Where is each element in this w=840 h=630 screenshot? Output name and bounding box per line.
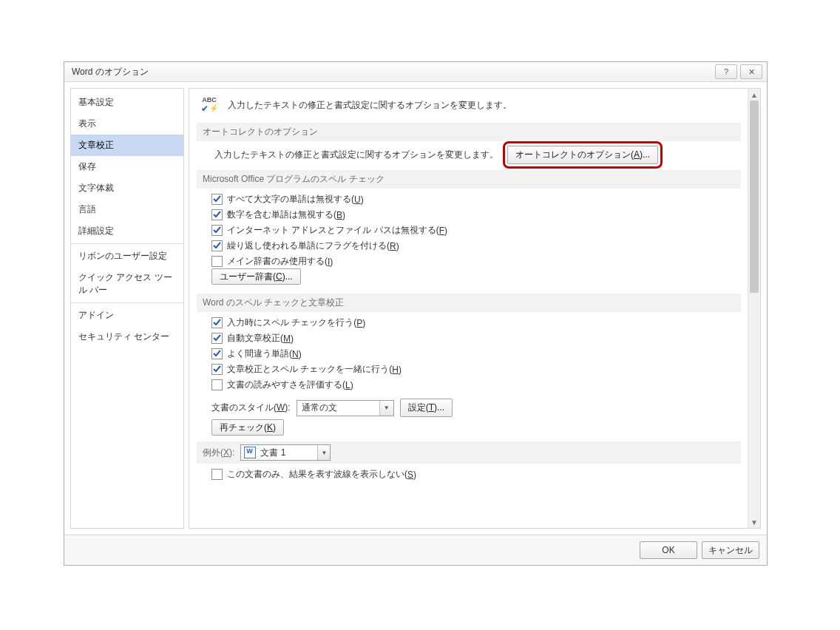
writing-style-select[interactable]: 通常の文 ▼ bbox=[297, 400, 394, 416]
checkbox-icon bbox=[211, 317, 223, 328]
sidebar-item-language[interactable]: 言語 bbox=[71, 199, 183, 220]
sidebar-item-trust-center[interactable]: セキュリティ センター bbox=[71, 326, 183, 348]
writing-style-label: 文書のスタイル(W): bbox=[211, 402, 291, 414]
checkbox-flag-repeated[interactable]: 繰り返し使われる単語にフラグを付ける(R) bbox=[211, 240, 741, 252]
exceptions-document-select[interactable]: 文書 1 ▼ bbox=[240, 444, 331, 461]
content-wrapper: ABC ✔ ⚡ 入力したテキストの修正と書式設定に関するオプションを変更します。… bbox=[189, 88, 761, 529]
word-options-dialog: Word のオプション ? ✕ 基本設定 表示 文章校正 保存 文字体裁 言語 … bbox=[64, 61, 768, 566]
chevron-down-icon: ▼ bbox=[379, 401, 393, 416]
exceptions-document-value: 文書 1 bbox=[256, 447, 317, 459]
dialog-title: Word のオプション bbox=[69, 66, 712, 78]
cancel-button[interactable]: キャンセル bbox=[702, 541, 759, 559]
proofing-icon: ABC ✔ ⚡ bbox=[197, 95, 222, 115]
sidebar-item-addins[interactable]: アドイン bbox=[71, 305, 183, 326]
sidebar-item-typography[interactable]: 文字体裁 bbox=[71, 177, 183, 199]
checkbox-auto-grammar[interactable]: 自動文章校正(M) bbox=[211, 332, 741, 345]
checkbox-ignore-numbers[interactable]: 数字を含む単語は無視する(B) bbox=[211, 209, 741, 221]
checkbox-icon bbox=[211, 348, 223, 359]
sidebar-separator bbox=[71, 243, 183, 244]
custom-dictionaries-button[interactable]: ユーザー辞書(C)... bbox=[211, 268, 301, 285]
sidebar-item-basic[interactable]: 基本設定 bbox=[71, 92, 183, 113]
page-header: ABC ✔ ⚡ 入力したテキストの修正と書式設定に関するオプションを変更します。 bbox=[197, 95, 741, 115]
titlebar: Word のオプション ? ✕ bbox=[64, 62, 767, 82]
scroll-down-icon[interactable]: ▼ bbox=[748, 516, 760, 528]
settings-button[interactable]: 設定(T)... bbox=[400, 399, 453, 417]
sidebar: 基本設定 表示 文章校正 保存 文字体裁 言語 詳細設定 リボンのユーザー設定 … bbox=[70, 88, 184, 529]
close-button[interactable]: ✕ bbox=[740, 64, 762, 79]
sidebar-item-advanced[interactable]: 詳細設定 bbox=[71, 220, 183, 242]
word-document-icon bbox=[244, 447, 256, 458]
checkbox-icon bbox=[211, 194, 223, 205]
checkbox-icon bbox=[211, 225, 223, 236]
writing-style-value: 通常の文 bbox=[297, 402, 379, 414]
checkbox-icon bbox=[211, 240, 223, 251]
checkbox-check-spelling[interactable]: 入力時にスペル チェックを行う(P) bbox=[211, 316, 741, 329]
checkbox-icon bbox=[211, 379, 223, 390]
checkbox-ignore-urls[interactable]: インターネット アドレスとファイル パスは無視する(F) bbox=[211, 224, 741, 237]
checkbox-icon bbox=[211, 364, 223, 375]
sidebar-item-save[interactable]: 保存 bbox=[71, 156, 183, 177]
page-header-text: 入力したテキストの修正と書式設定に関するオプションを変更します。 bbox=[228, 95, 512, 112]
writing-style-row: 文書のスタイル(W): 通常の文 ▼ 設定(T)... bbox=[211, 399, 741, 417]
ok-button[interactable]: OK bbox=[640, 541, 697, 559]
sidebar-item-proofing[interactable]: 文章校正 bbox=[71, 135, 183, 156]
vertical-scrollbar[interactable]: ▲ ▼ bbox=[748, 89, 760, 528]
scroll-up-icon[interactable]: ▲ bbox=[748, 89, 760, 101]
dialog-body: 基本設定 表示 文章校正 保存 文字体裁 言語 詳細設定 リボンのユーザー設定 … bbox=[64, 82, 767, 535]
check-icon: ✔ bbox=[201, 104, 209, 113]
section-spellprog-title: Microsoft Office プログラムのスペル チェック bbox=[197, 170, 741, 189]
checkbox-icon bbox=[211, 333, 223, 344]
chevron-down-icon: ▼ bbox=[317, 445, 330, 460]
section-wordspell-title: Word のスペル チェックと文章校正 bbox=[197, 294, 741, 312]
autocorrect-options-button[interactable]: オートコレクトのオプション(A)... bbox=[507, 146, 658, 164]
checkbox-frequently-confused[interactable]: よく間違う単語(N) bbox=[211, 348, 741, 360]
autocorrect-desc: 入力したテキストの修正と書式設定に関するオプションを変更します。 bbox=[214, 149, 498, 161]
autocorrect-row: 入力したテキストの修正と書式設定に関するオプションを変更します。 オートコレクト… bbox=[211, 146, 741, 164]
section-autocorrect-title: オートコレクトのオプション bbox=[197, 123, 741, 141]
checkbox-icon bbox=[211, 209, 223, 220]
sidebar-item-qat[interactable]: クイック アクセス ツール バー bbox=[71, 267, 183, 301]
exceptions-label: 例外(X): bbox=[203, 447, 234, 459]
checkbox-main-dict-only[interactable]: メイン辞書のみ使用する(I) bbox=[211, 255, 741, 268]
scroll-thumb[interactable] bbox=[750, 101, 759, 293]
recheck-button[interactable]: 再チェック(K) bbox=[211, 419, 284, 436]
dialog-footer: OK キャンセル bbox=[64, 535, 767, 565]
sidebar-separator bbox=[71, 302, 183, 303]
checkbox-ignore-uppercase[interactable]: すべて大文字の単語は無視する(U) bbox=[211, 193, 741, 206]
bolt-icon: ⚡ bbox=[209, 105, 218, 112]
help-button[interactable]: ? bbox=[715, 64, 737, 79]
checkbox-readability[interactable]: 文書の読みやすさを評価する(L) bbox=[211, 379, 741, 391]
sidebar-item-display[interactable]: 表示 bbox=[71, 113, 183, 135]
checkbox-icon bbox=[211, 469, 223, 480]
checkbox-check-grammar-with-spelling[interactable]: 文章校正とスペル チェックを一緒に行う(H) bbox=[211, 363, 741, 376]
content-panel: ABC ✔ ⚡ 入力したテキストの修正と書式設定に関するオプションを変更します。… bbox=[189, 89, 748, 528]
proofing-icon-under: ✔ ⚡ bbox=[201, 104, 218, 113]
checkbox-icon bbox=[211, 256, 223, 267]
section-exceptions-head: 例外(X): 文書 1 ▼ bbox=[197, 441, 741, 464]
checkbox-hide-spelling-errors[interactable]: この文書のみ、結果を表す波線を表示しない(S) bbox=[211, 468, 741, 481]
abc-glyph: ABC bbox=[202, 97, 217, 104]
sidebar-item-customize-ribbon[interactable]: リボンのユーザー設定 bbox=[71, 245, 183, 267]
